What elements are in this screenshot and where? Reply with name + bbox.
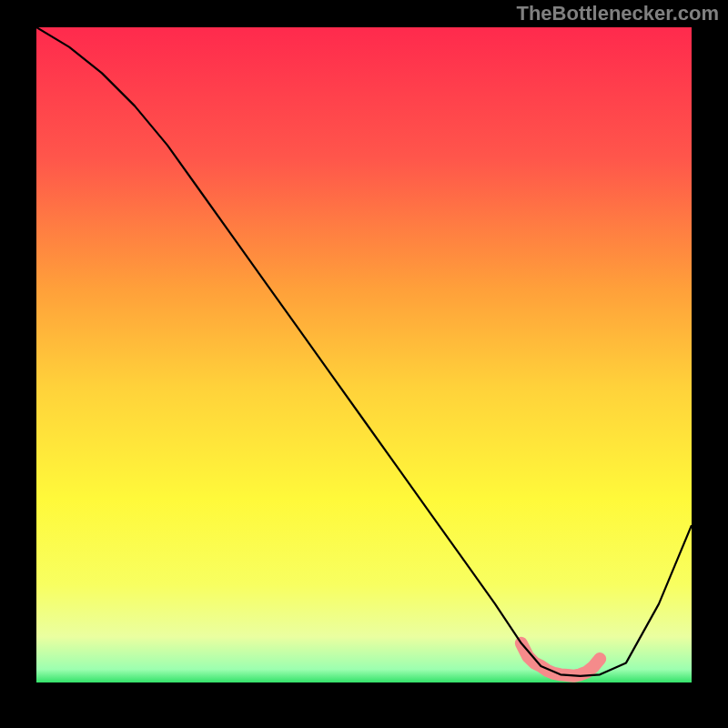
chart-svg	[36, 27, 692, 682]
watermark-text: TheBottlenecker.com	[516, 2, 719, 25]
gradient-background	[36, 27, 692, 682]
plot-area	[36, 27, 692, 682]
chart-container: TheBottlenecker.com	[0, 0, 728, 728]
